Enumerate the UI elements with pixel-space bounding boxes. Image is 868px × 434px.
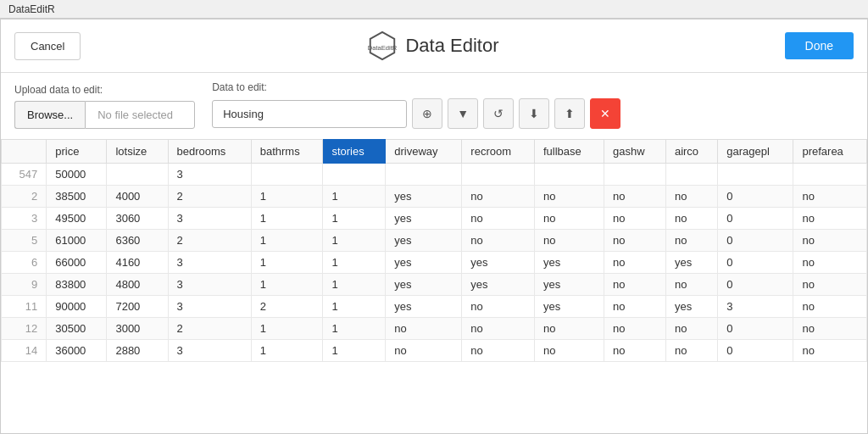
table-cell[interactable]: 2 <box>168 318 251 340</box>
table-cell[interactable]: no <box>462 296 535 318</box>
col-header-lotsize[interactable]: lotsize <box>107 140 168 164</box>
table-cell[interactable]: 1 <box>323 186 386 208</box>
table-cell[interactable]: 0 <box>718 208 793 230</box>
table-cell[interactable]: 83800 <box>47 274 107 296</box>
table-cell[interactable]: yes <box>386 296 462 318</box>
table-cell[interactable]: 50000 <box>47 164 107 186</box>
table-cell[interactable]: 3 <box>168 208 251 230</box>
table-cell[interactable]: no <box>462 230 535 252</box>
table-cell[interactable]: 0 <box>718 230 793 252</box>
table-cell[interactable]: no <box>534 186 604 208</box>
table-cell[interactable]: no <box>793 274 867 296</box>
table-cell[interactable]: 38500 <box>47 186 107 208</box>
col-header-recroom[interactable]: recroom <box>462 140 535 164</box>
table-cell[interactable] <box>793 164 867 186</box>
table-cell[interactable]: no <box>534 208 604 230</box>
table-cell[interactable]: no <box>665 208 717 230</box>
table-cell[interactable]: 2 <box>168 186 251 208</box>
table-cell[interactable]: no <box>534 318 604 340</box>
table-cell[interactable]: 3 <box>168 252 251 274</box>
crosshair-button[interactable]: ⊕ <box>412 98 442 129</box>
table-cell[interactable]: 4000 <box>107 186 168 208</box>
table-cell[interactable]: yes <box>534 252 604 274</box>
table-cell[interactable]: no <box>604 186 665 208</box>
table-cell[interactable]: no <box>534 340 604 362</box>
table-cell[interactable]: 0 <box>718 252 793 274</box>
table-cell[interactable]: no <box>462 318 535 340</box>
table-cell[interactable]: yes <box>386 274 462 296</box>
table-cell[interactable]: yes <box>665 296 717 318</box>
table-cell[interactable]: no <box>462 208 535 230</box>
table-cell[interactable]: 36000 <box>47 340 107 362</box>
table-cell[interactable]: 1 <box>251 186 323 208</box>
table-cell[interactable]: 1 <box>251 230 323 252</box>
table-cell[interactable] <box>534 164 604 186</box>
table-cell[interactable]: 3 <box>168 274 251 296</box>
col-header-bedrooms[interactable]: bedrooms <box>168 140 251 164</box>
table-cell[interactable]: no <box>793 208 867 230</box>
cancel-button[interactable]: Cancel <box>14 32 81 60</box>
table-cell[interactable]: 14 <box>2 340 47 362</box>
table-cell[interactable]: 3060 <box>107 208 168 230</box>
data-edit-input[interactable] <box>212 100 407 128</box>
table-cell[interactable]: no <box>534 230 604 252</box>
table-cell[interactable]: 2880 <box>107 340 168 362</box>
table-cell[interactable]: no <box>793 318 867 340</box>
table-cell[interactable] <box>251 164 323 186</box>
table-cell[interactable] <box>718 164 793 186</box>
done-button[interactable]: Done <box>785 32 854 59</box>
table-cell[interactable]: 0 <box>718 340 793 362</box>
col-header-gashw[interactable]: gashw <box>604 140 665 164</box>
col-header-bathrms[interactable]: bathrms <box>251 140 323 164</box>
table-cell[interactable]: 30500 <box>47 318 107 340</box>
table-cell[interactable]: no <box>462 186 535 208</box>
table-cell[interactable]: no <box>665 318 717 340</box>
table-cell[interactable]: 1 <box>251 274 323 296</box>
table-cell[interactable]: 2 <box>2 186 47 208</box>
table-cell[interactable]: 12 <box>2 318 47 340</box>
table-cell[interactable]: 6360 <box>107 230 168 252</box>
col-header-airco[interactable]: airco <box>665 140 717 164</box>
table-cell[interactable]: no <box>793 186 867 208</box>
table-cell[interactable]: 90000 <box>47 296 107 318</box>
table-cell[interactable]: 1 <box>323 230 386 252</box>
table-cell[interactable]: 1 <box>251 340 323 362</box>
table-cell[interactable] <box>107 164 168 186</box>
table-cell[interactable]: 1 <box>251 252 323 274</box>
table-cell[interactable]: no <box>665 186 717 208</box>
table-cell[interactable]: no <box>665 340 717 362</box>
table-cell[interactable]: no <box>604 252 665 274</box>
table-cell[interactable]: yes <box>386 252 462 274</box>
table-cell[interactable]: no <box>604 318 665 340</box>
table-cell[interactable]: no <box>386 318 462 340</box>
table-cell[interactable]: 1 <box>251 208 323 230</box>
table-cell[interactable]: no <box>604 208 665 230</box>
table-cell[interactable]: yes <box>386 208 462 230</box>
table-cell[interactable]: 0 <box>718 318 793 340</box>
table-cell[interactable]: yes <box>665 252 717 274</box>
table-cell[interactable]: yes <box>534 296 604 318</box>
table-cell[interactable]: no <box>793 230 867 252</box>
table-cell[interactable]: 9 <box>2 274 47 296</box>
table-cell[interactable]: 0 <box>718 274 793 296</box>
table-cell[interactable] <box>323 164 386 186</box>
table-cell[interactable]: 66000 <box>47 252 107 274</box>
table-cell[interactable]: 1 <box>323 318 386 340</box>
table-cell[interactable]: no <box>386 340 462 362</box>
table-cell[interactable]: no <box>462 340 535 362</box>
table-cell[interactable] <box>665 164 717 186</box>
table-cell[interactable]: 1 <box>323 208 386 230</box>
table-cell[interactable]: 547 <box>2 164 47 186</box>
table-cell[interactable]: yes <box>534 274 604 296</box>
download-button[interactable]: ⬇ <box>519 98 549 129</box>
col-header-driveway[interactable]: driveway <box>386 140 462 164</box>
col-header-garagepl[interactable]: garagepl <box>718 140 793 164</box>
table-cell[interactable]: 61000 <box>47 230 107 252</box>
table-cell[interactable]: 1 <box>323 274 386 296</box>
table-cell[interactable]: no <box>793 252 867 274</box>
col-header-row-num[interactable] <box>2 140 47 164</box>
table-cell[interactable]: 4160 <box>107 252 168 274</box>
table-cell[interactable]: 3000 <box>107 318 168 340</box>
table-cell[interactable]: yes <box>462 274 535 296</box>
table-cell[interactable]: yes <box>386 230 462 252</box>
